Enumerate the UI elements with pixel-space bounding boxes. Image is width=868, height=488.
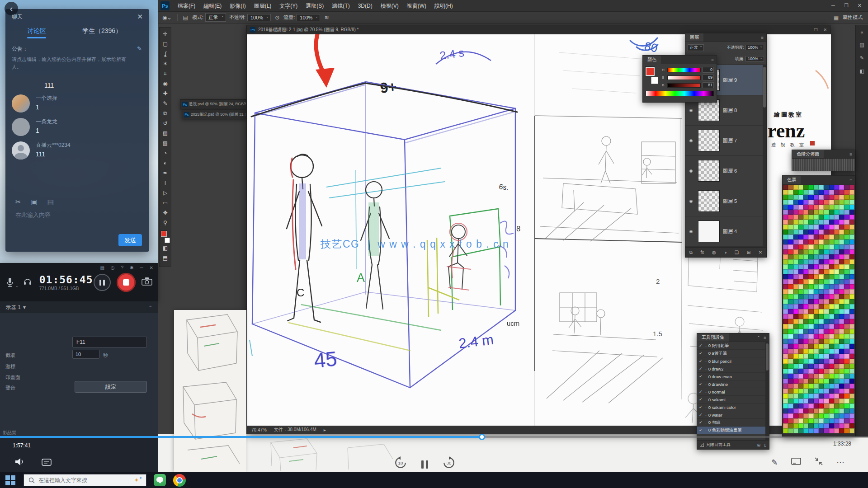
property-mode-button[interactable]: 屬性模式	[843, 14, 863, 21]
swatch-cell[interactable]	[829, 309, 834, 314]
swatch-cell[interactable]	[824, 200, 829, 205]
swatch-cell[interactable]	[798, 205, 803, 210]
send-button[interactable]: 发送	[118, 234, 142, 246]
swatch-cell[interactable]	[819, 344, 824, 349]
swatch-cell[interactable]	[814, 210, 819, 215]
swatch-cell[interactable]	[839, 269, 844, 274]
swatch-cell[interactable]	[788, 304, 793, 309]
swatch-cell[interactable]	[849, 254, 854, 259]
swatch-cell[interactable]	[783, 374, 788, 379]
swatch-cell[interactable]	[808, 314, 813, 319]
swatch-cell[interactable]	[783, 249, 788, 254]
swatch-cell[interactable]	[793, 354, 798, 359]
swatch-cell[interactable]	[839, 399, 844, 404]
preset-row[interactable]: ✓∙0 drawline	[697, 380, 765, 388]
pause-recording-button[interactable]	[94, 274, 111, 291]
swatch-cell[interactable]	[849, 210, 854, 215]
swatch-cell[interactable]	[829, 284, 834, 289]
swatch-cell[interactable]	[788, 309, 793, 314]
swatch-cell[interactable]	[783, 319, 788, 324]
swatch-cell[interactable]	[788, 185, 793, 190]
swatch-cell[interactable]	[788, 359, 793, 364]
preset-row[interactable]: ✓∙0 water	[697, 411, 765, 419]
swatch-cell[interactable]	[824, 359, 829, 364]
swatch-cell[interactable]	[814, 259, 819, 264]
swatch-cell[interactable]	[814, 364, 819, 369]
swatch-cell[interactable]	[793, 394, 798, 399]
swatch-cell[interactable]	[849, 294, 854, 299]
swatch-cell[interactable]	[829, 205, 834, 210]
swatch-cell[interactable]	[783, 220, 788, 225]
swatch-cell[interactable]	[849, 389, 854, 394]
swatch-cell[interactable]	[819, 314, 824, 319]
swatch-cell[interactable]	[839, 339, 844, 344]
swatch-cell[interactable]	[814, 289, 819, 294]
swatch-cell[interactable]	[839, 205, 844, 210]
swatch-cell[interactable]	[808, 359, 813, 364]
swatch-cell[interactable]	[829, 304, 834, 309]
swatch-cell[interactable]	[808, 423, 813, 428]
swatch-cell[interactable]	[824, 379, 829, 384]
clock-icon[interactable]: ◷	[111, 265, 115, 270]
swatch-cell[interactable]	[783, 279, 788, 284]
swatch-cell[interactable]	[839, 249, 844, 254]
swatch-cell[interactable]	[839, 314, 844, 319]
swatch-cell[interactable]	[844, 399, 849, 404]
swatch-cell[interactable]	[844, 423, 849, 428]
swatch-cell[interactable]	[814, 215, 819, 220]
swatch-cell[interactable]	[788, 190, 793, 195]
preset-row[interactable]: ✓∙0 sakami color	[697, 404, 765, 411]
dock-brush-icon[interactable]: ✎	[860, 55, 864, 61]
swatch-cell[interactable]	[803, 374, 808, 379]
panel-menu-icon[interactable]: ≡	[711, 57, 717, 62]
swatch-cell[interactable]	[814, 349, 819, 354]
swatch-cell[interactable]	[824, 423, 829, 428]
swatch-cell[interactable]	[798, 269, 803, 274]
tab-swatches[interactable]: 色票	[783, 176, 801, 184]
swatch-cell[interactable]	[834, 384, 839, 389]
swatch-cell[interactable]	[814, 379, 819, 384]
swatch-cell[interactable]	[829, 364, 834, 369]
swatch-cell[interactable]	[793, 195, 798, 200]
swatch-cell[interactable]	[834, 254, 839, 259]
swatch-cell[interactable]	[839, 374, 844, 379]
swatch-cell[interactable]	[793, 418, 798, 423]
swatch-cell[interactable]	[839, 334, 844, 339]
swatch-cell[interactable]	[798, 200, 803, 205]
swatch-cell[interactable]	[793, 244, 798, 249]
swatch-cell[interactable]	[834, 294, 839, 299]
swatch-cell[interactable]	[829, 274, 834, 279]
swatch-cell[interactable]	[814, 284, 819, 289]
preset-row[interactable]: ✓∙0 色彩動態油畫筆	[697, 427, 765, 434]
swatch-cell[interactable]	[803, 359, 808, 364]
swatch-cell[interactable]	[808, 413, 813, 418]
swatch-cell[interactable]	[808, 294, 813, 299]
swatch-cell[interactable]	[839, 259, 844, 264]
chrome-taskbar-icon[interactable]	[173, 474, 186, 487]
panel-collapse-icon[interactable]: ⌃	[757, 335, 760, 340]
swatch-cell[interactable]	[824, 239, 829, 244]
swatch-cell[interactable]	[844, 220, 849, 225]
marquee-tool[interactable]: ▢	[160, 39, 171, 49]
swatch-cell[interactable]	[814, 354, 819, 359]
swatch-cell[interactable]	[803, 235, 808, 239]
swatch-cell[interactable]	[824, 399, 829, 404]
swatch-cell[interactable]	[849, 423, 854, 428]
swatch-cell[interactable]	[839, 329, 844, 334]
layer-mask-icon[interactable]: ◍	[712, 250, 716, 255]
swatch-cell[interactable]	[849, 344, 854, 349]
swatch-cell[interactable]	[819, 428, 824, 433]
swatch-cell[interactable]	[814, 344, 819, 349]
swatch-cell[interactable]	[803, 344, 808, 349]
swatch-cell[interactable]	[829, 195, 834, 200]
swatch-cell[interactable]	[798, 190, 803, 195]
swatch-cell[interactable]	[808, 185, 813, 190]
swatch-cell[interactable]	[788, 239, 793, 244]
swatch-cell[interactable]	[839, 220, 844, 225]
swatch-cell[interactable]	[844, 259, 849, 264]
swatch-cell[interactable]	[814, 195, 819, 200]
swatch-cell[interactable]	[793, 225, 798, 230]
swatch-cell[interactable]	[849, 399, 854, 404]
swatch-cell[interactable]	[824, 304, 829, 309]
eye-icon[interactable]: ◉	[687, 199, 695, 203]
